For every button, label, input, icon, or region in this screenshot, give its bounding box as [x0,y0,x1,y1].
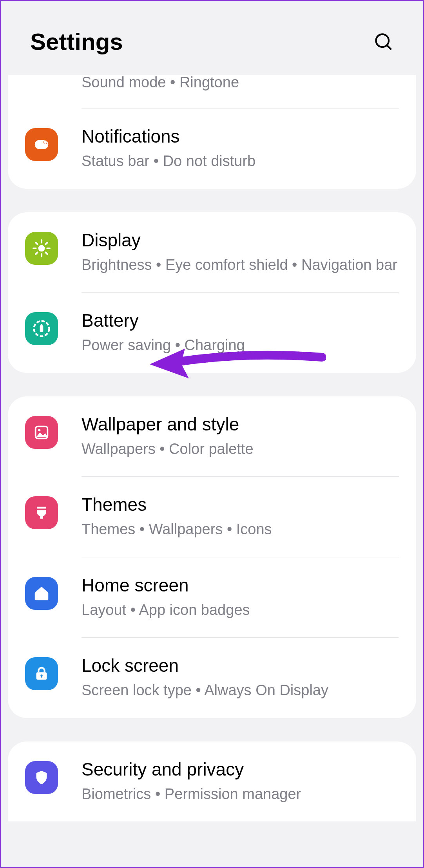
svg-point-18 [38,429,40,431]
notifications-icon [25,128,58,161]
search-icon[interactable] [373,32,394,52]
row-title: Home screen [82,575,399,596]
row-title: Battery [82,310,399,331]
svg-point-0 [376,34,389,47]
settings-row-battery[interactable]: Battery Power saving • Charging [8,293,416,373]
svg-line-1 [387,45,391,49]
svg-rect-22 [41,676,42,678]
settings-row-lock[interactable]: Lock screen Screen lock type • Always On… [8,638,416,718]
settings-row-themes[interactable]: Themes Themes • Wallpapers • Icons [8,477,416,557]
row-subtitle: Power saving • Charging [82,335,399,355]
row-title: Notifications [82,126,399,147]
svg-line-10 [36,242,37,244]
svg-rect-16 [41,324,42,326]
settings-row-notifications[interactable]: Notifications Status bar • Do not distur… [8,108,416,188]
themes-icon [25,496,58,529]
settings-group-4: Security and privacy Biometrics • Permis… [8,741,416,821]
page-title: Settings [30,28,123,55]
row-subtitle: Brightness • Eye comfort shield • Naviga… [82,255,399,275]
row-subtitle: Themes • Wallpapers • Icons [82,519,399,539]
row-subtitle: Screen lock type • Always On Display [82,680,399,700]
battery-icon [25,312,58,345]
svg-line-11 [45,252,47,254]
row-title: Wallpaper and style [82,414,399,435]
row-title: Lock screen [82,655,399,676]
row-title: Themes [82,494,399,515]
svg-line-12 [36,252,37,254]
settings-row-display[interactable]: Display Brightness • Eye comfort shield … [8,212,416,292]
lock-icon [25,657,58,690]
svg-rect-15 [40,326,43,332]
header: Settings [1,1,423,79]
svg-point-5 [38,245,45,251]
shield-icon [25,761,58,794]
row-subtitle: Biometrics • Permission manager [82,784,399,804]
settings-row-wallpaper[interactable]: Wallpaper and style Wallpapers • Color p… [8,396,416,476]
row-title: Display [82,230,399,251]
settings-group-2: Display Brightness • Eye comfort shield … [8,212,416,373]
row-title: Security and privacy [82,759,399,780]
settings-group-1: Sound mode • Ringtone Notifications Stat… [8,75,416,189]
settings-row-sounds[interactable]: Sound mode • Ringtone [8,75,416,108]
settings-row-security[interactable]: Security and privacy Biometrics • Permis… [8,741,416,821]
settings-row-home[interactable]: Home screen Layout • App icon badges [8,557,416,637]
row-subtitle: Layout • App icon badges [82,600,399,620]
wallpaper-icon [25,416,58,449]
svg-point-4 [44,141,47,144]
home-icon [25,577,58,610]
row-subtitle: Wallpapers • Color palette [82,439,399,459]
svg-rect-19 [37,509,46,510]
row-subtitle: Sound mode • Ringtone [82,75,399,92]
display-icon [25,232,58,265]
settings-group-3: Wallpaper and style Wallpapers • Color p… [8,396,416,718]
svg-line-13 [45,242,47,244]
row-subtitle: Status bar • Do not disturb [82,151,399,171]
